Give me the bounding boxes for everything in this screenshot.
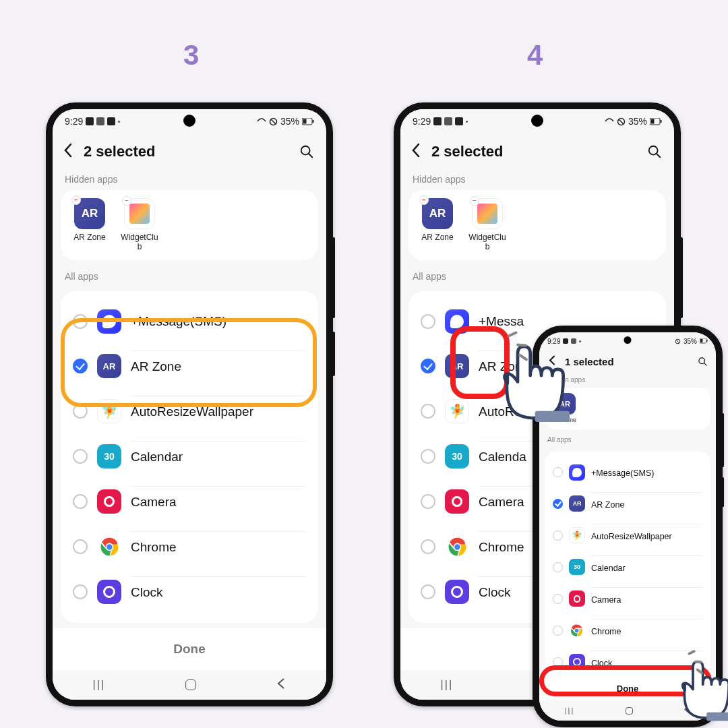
status-battery: 35%	[280, 116, 299, 127]
nav-bar: |||	[53, 670, 326, 700]
checkbox[interactable]	[553, 530, 563, 541]
done-button[interactable]: Done	[53, 628, 326, 670]
search-icon[interactable]	[698, 357, 708, 367]
nav-home[interactable]	[185, 679, 196, 690]
app-name-label: +Message(SMS)	[591, 468, 654, 478]
checkbox[interactable]	[421, 314, 435, 329]
checkbox[interactable]	[421, 539, 435, 554]
app-icon-clock	[97, 580, 121, 604]
status-battery: 35%	[684, 338, 697, 345]
checkbox[interactable]	[553, 467, 563, 477]
app-row-chrome[interactable]: Chrome	[550, 615, 705, 646]
app-name-label: Camera	[479, 495, 524, 509]
svg-rect-26	[700, 339, 702, 342]
nav-recents[interactable]: |||	[93, 679, 105, 691]
app-icon-chrome	[445, 535, 469, 559]
app-name-label: Camera	[131, 495, 177, 509]
hidden-app-widgetclub[interactable]: WidgetClub	[466, 198, 508, 252]
svg-line-3	[271, 119, 276, 124]
status-time: 9:29	[65, 116, 83, 127]
app-name-label: AutoResizeWallpaper	[591, 532, 672, 541]
back-button[interactable]	[408, 143, 423, 160]
app-icon-autoresize: 🧚	[569, 527, 585, 543]
app-icon-autoresize: 🧚	[445, 399, 469, 423]
hidden-app-ar-zone[interactable]: AR AR Zone	[69, 198, 111, 252]
app-name-label: Chrome	[131, 540, 177, 554]
checkbox[interactable]	[421, 494, 435, 509]
app-row-camera[interactable]: Camera	[69, 479, 310, 524]
header-title: 1 selected	[565, 356, 692, 367]
checkbox-checked[interactable]	[553, 499, 563, 509]
back-button[interactable]	[61, 143, 75, 160]
svg-line-19	[657, 154, 661, 158]
app-icon-chrome	[569, 622, 585, 638]
checkbox[interactable]	[73, 584, 88, 599]
app-icon-camera	[97, 489, 121, 514]
hidden-app-widgetclub[interactable]: WidgetClub	[119, 198, 160, 252]
nav-recents[interactable]: |||	[565, 706, 575, 715]
section-hidden-apps: Hidden apps	[408, 170, 666, 190]
search-icon[interactable]	[647, 144, 662, 159]
app-name-label: Clock	[131, 585, 163, 599]
section-hidden-apps: Hidden apps	[61, 170, 318, 190]
app-row-clock[interactable]: Clock	[69, 570, 310, 615]
header-title: 2 selected	[431, 143, 639, 160]
checkbox-checked[interactable]	[421, 359, 435, 373]
checkbox[interactable]	[553, 626, 563, 636]
app-row-calendar[interactable]: 30 Calendar	[550, 551, 705, 583]
section-all-apps: All apps	[545, 433, 710, 448]
svg-line-24	[676, 340, 679, 343]
app-icon-chrome	[97, 535, 121, 559]
svg-rect-17	[661, 120, 662, 123]
search-icon[interactable]	[299, 144, 314, 159]
svg-rect-0	[535, 411, 570, 422]
checkbox[interactable]	[73, 539, 88, 554]
app-icon-camera	[569, 590, 585, 607]
hidden-app-ar-zone[interactable]: AR AR Zone	[417, 198, 458, 252]
app-row-camera[interactable]: Camera	[550, 583, 705, 615]
svg-line-14	[619, 119, 624, 124]
header-title: 2 selected	[84, 143, 291, 160]
nav-recents[interactable]: |||	[441, 679, 453, 691]
svg-rect-27	[706, 340, 707, 342]
app-row-autoresize[interactable]: 🧚 AutoResizeWallpaper	[550, 520, 705, 551]
app-icon-clock	[445, 580, 469, 604]
checkbox[interactable]	[421, 404, 435, 419]
svg-line-8	[309, 154, 313, 158]
app-row-calendar[interactable]: 30 Calendar	[69, 434, 310, 479]
hidden-app-label: WidgetClub	[466, 233, 508, 252]
hidden-app-label: WidgetClub	[119, 233, 160, 252]
app-row-chrome[interactable]: Chrome	[69, 524, 310, 570]
app-name-label: Calenda	[479, 450, 526, 464]
app-name-label: Chrome	[591, 627, 621, 636]
app-icon-calendar: 30	[97, 444, 121, 468]
tap-gesture-icon	[480, 332, 574, 427]
svg-line-29	[704, 363, 706, 365]
checkbox[interactable]	[553, 594, 563, 604]
camera-cutout	[624, 336, 632, 344]
app-name-label: Calendar	[591, 564, 626, 573]
section-all-apps: All apps	[61, 267, 318, 287]
checkbox[interactable]	[553, 562, 563, 572]
svg-rect-5	[303, 119, 307, 123]
checkbox[interactable]	[73, 449, 88, 464]
nav-back[interactable]	[276, 677, 286, 692]
app-row-message[interactable]: +Message(SMS)	[550, 457, 705, 488]
checkbox[interactable]	[73, 494, 88, 509]
svg-rect-6	[313, 120, 314, 123]
app-row-ar-zone[interactable]: AR AR Zone	[550, 488, 705, 520]
step-number-3: 3	[183, 39, 199, 71]
app-name-label: Camera	[591, 595, 621, 605]
app-icon-message	[569, 464, 585, 481]
checkbox[interactable]	[421, 584, 435, 599]
nav-home[interactable]	[626, 707, 633, 715]
status-battery: 35%	[628, 116, 647, 127]
camera-cutout	[531, 115, 543, 127]
hidden-app-label: AR Zone	[417, 233, 458, 243]
highlight-hidden-apps	[61, 318, 317, 407]
step-number-4: 4	[527, 39, 543, 71]
app-icon-calendar: 30	[445, 444, 469, 468]
app-name-label: Clock	[479, 585, 511, 599]
checkbox[interactable]	[421, 449, 435, 464]
app-name-label: Calendar	[131, 450, 183, 464]
